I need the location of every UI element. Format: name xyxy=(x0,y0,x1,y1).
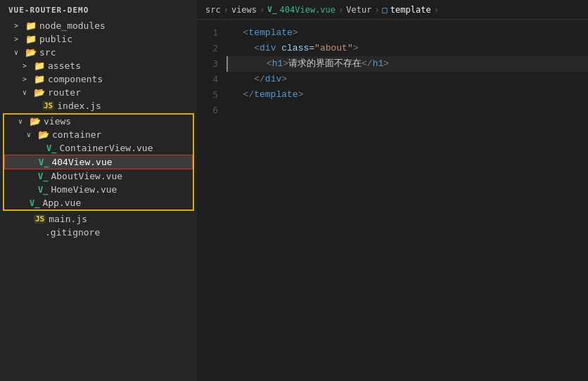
line-num-3: 3 xyxy=(197,56,218,72)
breadcrumb-sep-5: › xyxy=(434,5,439,15)
angle: > xyxy=(383,58,389,69)
code-area: 1 2 3 4 5 6 <template> <div class="about… xyxy=(197,20,588,381)
sidebar-item-label: node_modules xyxy=(39,20,106,31)
angle: > xyxy=(281,74,287,84)
line-numbers: 1 2 3 4 5 6 xyxy=(197,25,226,375)
sidebar: VUE-ROUTER-DEMO 📁 node_modules 📁 public … xyxy=(0,0,197,381)
template-icon: □ xyxy=(383,5,388,15)
folder-icon: 📁 xyxy=(25,20,37,31)
sidebar-item-src[interactable]: 📂 src xyxy=(0,46,197,59)
tag: h1 xyxy=(373,58,384,69)
sidebar-item-homeview[interactable]: V̲ HomeView.vue xyxy=(4,183,193,196)
tag: template xyxy=(248,27,292,38)
tag: div xyxy=(265,74,281,84)
sidebar-title: VUE-ROUTER-DEMO xyxy=(0,0,197,19)
breadcrumb-sep-1: › xyxy=(224,5,229,15)
angle: </ xyxy=(243,89,255,100)
js-icon: JS xyxy=(42,101,54,110)
folder-icon: 📂 xyxy=(25,47,37,58)
code-line-4: </div> xyxy=(226,72,588,87)
sidebar-item-main-js[interactable]: JS main.js xyxy=(0,212,197,226)
line-num-1: 1 xyxy=(197,25,218,41)
line-num-2: 2 xyxy=(197,41,218,56)
code-lines[interactable]: <template> <div class="about"> <h1>请求的界面… xyxy=(226,25,588,375)
sidebar-item-appvue[interactable]: V̲ App.vue xyxy=(4,196,193,209)
arrow-icon xyxy=(23,89,34,96)
sidebar-item-label: ContainerView.vue xyxy=(59,143,153,153)
sidebar-item-aboutview[interactable]: V̲ AboutView.vue xyxy=(4,169,193,183)
vue-icon: V̲ xyxy=(38,185,48,195)
breadcrumb-views: views xyxy=(231,5,257,15)
folder-icon: 📁 xyxy=(34,60,45,71)
sidebar-item-label: 404View.vue xyxy=(51,157,112,167)
breadcrumb-template: template xyxy=(390,5,431,15)
sidebar-item-label: HomeView.vue xyxy=(51,184,117,195)
vue-icon: V̲ xyxy=(39,157,49,167)
sidebar-item-label: public xyxy=(39,34,72,44)
line-num-6: 6 xyxy=(197,103,218,118)
tag: h1 xyxy=(272,58,283,69)
line-num-4: 4 xyxy=(197,72,218,87)
code-line-6 xyxy=(226,103,588,118)
sidebar-item-label: views xyxy=(44,116,71,127)
sidebar-item-node-modules[interactable]: 📁 node_modules xyxy=(0,19,197,32)
line-num-5: 5 xyxy=(197,87,218,103)
folder-icon: 📂 xyxy=(34,87,45,98)
sidebar-item-views[interactable]: 📂 views xyxy=(4,115,193,128)
sidebar-item-label: router xyxy=(48,87,81,98)
folder-icon: 📂 xyxy=(30,116,41,127)
tag: template xyxy=(254,89,298,100)
angle: > xyxy=(293,27,298,38)
angle: </ xyxy=(362,58,373,69)
arrow-icon xyxy=(18,117,30,125)
sidebar-item-label: .gitignore xyxy=(45,227,100,238)
code-line-5: </template> xyxy=(226,87,588,103)
angle: > xyxy=(283,58,288,69)
breadcrumb-src: src xyxy=(205,5,221,15)
angle: > xyxy=(353,43,359,53)
folder-icon: 📂 xyxy=(38,129,49,140)
arrow-icon xyxy=(23,62,34,70)
arrow-icon xyxy=(14,22,25,30)
sidebar-item-404view[interactable]: V̲ 404View.vue xyxy=(4,155,193,169)
editor: src › views › V̲ 404View.vue › Vetur › □… xyxy=(197,0,588,381)
vue-icon: V̲ xyxy=(30,198,39,208)
sidebar-item-index-js[interactable]: JS index.js xyxy=(0,99,197,112)
chinese-text: 请求的界面不存在 xyxy=(288,58,362,69)
tag: div xyxy=(260,43,276,53)
sidebar-item-components[interactable]: 📁 components xyxy=(0,72,197,86)
breadcrumb-404view: 404View.vue xyxy=(280,5,335,15)
sidebar-item-container[interactable]: 📂 container xyxy=(4,128,193,141)
breadcrumb-sep-3: › xyxy=(338,5,343,15)
angle: < xyxy=(267,58,272,69)
angle: > xyxy=(298,89,304,100)
vue-icon: V̲ xyxy=(267,5,276,14)
arrow-icon xyxy=(14,49,25,56)
vue-icon: V̲ xyxy=(46,143,56,153)
sidebar-item-label: src xyxy=(39,47,56,58)
views-highlight-box: 📂 views 📂 container V̲ ContainerView.vue… xyxy=(3,113,194,211)
sidebar-item-label: index.js xyxy=(57,101,101,111)
sidebar-item-label: components xyxy=(48,74,103,84)
folder-icon: 📁 xyxy=(34,74,45,84)
breadcrumb-vetur: Vetur xyxy=(346,5,371,15)
arrow-icon xyxy=(14,35,25,43)
sidebar-item-gitignore[interactable]: .gitignore xyxy=(0,226,197,239)
js-icon: JS xyxy=(34,214,46,224)
breadcrumb-sep-2: › xyxy=(260,5,264,15)
attr-name: class xyxy=(281,43,309,53)
breadcrumb-sep-4: › xyxy=(374,5,379,15)
sidebar-item-router[interactable]: 📂 router xyxy=(0,86,197,99)
sidebar-item-public[interactable]: 📁 public xyxy=(0,32,197,46)
sidebar-item-label: AboutView.vue xyxy=(51,171,122,181)
sidebar-item-label: assets xyxy=(48,60,81,71)
breadcrumb: src › views › V̲ 404View.vue › Vetur › □… xyxy=(197,0,588,20)
code-line-1: <template> xyxy=(226,25,588,41)
sidebar-item-assets[interactable]: 📁 assets xyxy=(0,59,197,72)
sidebar-item-containerview[interactable]: V̲ ContainerView.vue xyxy=(4,141,193,155)
arrow-icon xyxy=(23,75,34,83)
arrow-icon xyxy=(27,131,38,138)
sidebar-item-label: main.js xyxy=(49,214,87,224)
angle: < xyxy=(254,43,260,53)
code-line-2: <div class="about"> xyxy=(226,41,588,56)
